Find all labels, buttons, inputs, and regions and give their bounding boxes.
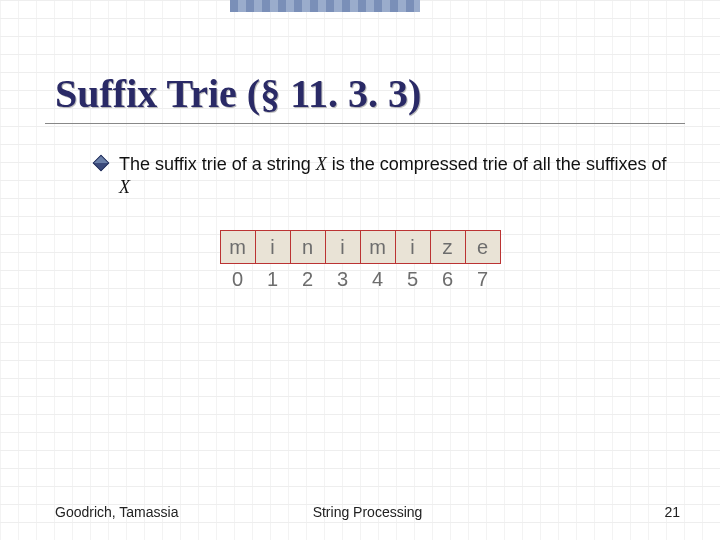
index-cell: 5 (395, 264, 430, 293)
letter-cell: e (465, 231, 500, 264)
letter-cell: n (290, 231, 325, 264)
index-cell: 6 (430, 264, 465, 293)
index-cell: 0 (220, 264, 255, 293)
footer-page-number: 21 (664, 504, 680, 520)
slide-footer: Goodrich, Tamassia String Processing 21 (55, 504, 680, 520)
letter-cell: m (220, 231, 255, 264)
letter-cell: m (360, 231, 395, 264)
bullet-text: The suffix trie of a string X is the com… (119, 153, 670, 198)
slide-title: Suffix Trie (§ 11. 3. 3) (55, 70, 421, 117)
letter-cell: z (430, 231, 465, 264)
letter-cell: i (325, 231, 360, 264)
bullet-text-var1: X (316, 154, 327, 174)
table-row: 0 1 2 3 4 5 6 7 (220, 264, 500, 293)
diamond-bullet-icon (93, 155, 110, 172)
string-table: m i n i m i z e 0 1 2 3 4 5 6 7 (220, 230, 501, 292)
index-cell: 2 (290, 264, 325, 293)
bullet-text-var2: X (119, 177, 130, 197)
letter-cell: i (395, 231, 430, 264)
index-cell: 4 (360, 264, 395, 293)
string-indices-diagram: m i n i m i z e 0 1 2 3 4 5 6 7 (0, 230, 720, 292)
index-cell: 1 (255, 264, 290, 293)
slide-body: The suffix trie of a string X is the com… (95, 153, 670, 198)
index-cell: 7 (465, 264, 500, 293)
index-cell: 3 (325, 264, 360, 293)
table-row: m i n i m i z e (220, 231, 500, 264)
bullet-item: The suffix trie of a string X is the com… (95, 153, 670, 198)
bullet-text-mid: is the compressed trie of all the suffix… (327, 154, 667, 174)
bullet-text-pre: The suffix trie of a string (119, 154, 316, 174)
letter-cell: i (255, 231, 290, 264)
footer-authors: Goodrich, Tamassia (55, 504, 178, 520)
title-underline (45, 123, 685, 124)
slide-top-accent (230, 0, 420, 12)
